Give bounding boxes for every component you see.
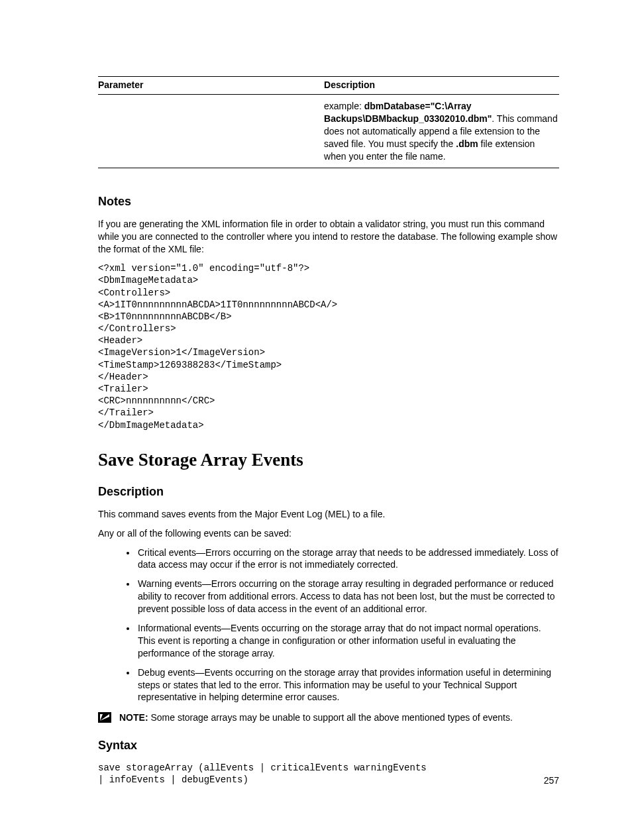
description-p1: This command saves events from the Major…: [98, 508, 559, 521]
col-header-description: Description: [324, 77, 559, 95]
col-header-parameter: Parameter: [98, 77, 324, 95]
syntax-heading: Syntax: [98, 739, 559, 753]
table-header-row: Parameter Description: [98, 77, 559, 95]
desc-text-bold-ext: .dbm: [456, 138, 478, 149]
param-cell-empty: [98, 95, 324, 168]
page-number: 257: [544, 775, 559, 786]
list-item: Debug events—Events occurring on the sto…: [136, 666, 559, 704]
xml-code-block: <?xml version="1.0" encoding="utf-8"?> <…: [98, 262, 559, 431]
desc-text-prefix: example:: [324, 101, 364, 111]
description-heading: Description: [98, 485, 559, 499]
note-callout: NOTE: Some storage arrays may be unable …: [98, 711, 559, 724]
note-body: Some storage arrays may be unable to sup…: [150, 712, 512, 723]
note-label: NOTE:: [119, 712, 150, 723]
section-title: Save Storage Array Events: [98, 450, 559, 470]
document-page: Parameter Description example: dbmDataba…: [0, 0, 632, 840]
syntax-code-block: save storageArray (allEvents | criticalE…: [98, 762, 559, 786]
parameter-table: Parameter Description example: dbmDataba…: [98, 76, 559, 168]
notes-intro: If you are generating the XML informatio…: [98, 218, 559, 256]
description-cell: example: dbmDatabase="C:\Array Backups\D…: [324, 95, 559, 168]
list-item: Critical events—Errors occurring on the …: [136, 547, 559, 572]
table-row: example: dbmDatabase="C:\Array Backups\D…: [98, 95, 559, 168]
list-item: Warning events—Errors occurring on the s…: [136, 578, 559, 615]
list-item: Informational events—Events occurring on…: [136, 622, 559, 660]
notes-heading: Notes: [98, 195, 559, 209]
note-text: NOTE: Some storage arrays may be unable …: [119, 711, 513, 724]
description-p2: Any or all of the following events can b…: [98, 527, 559, 540]
note-icon: [98, 712, 111, 723]
event-type-list: Critical events—Errors occurring on the …: [98, 547, 559, 704]
